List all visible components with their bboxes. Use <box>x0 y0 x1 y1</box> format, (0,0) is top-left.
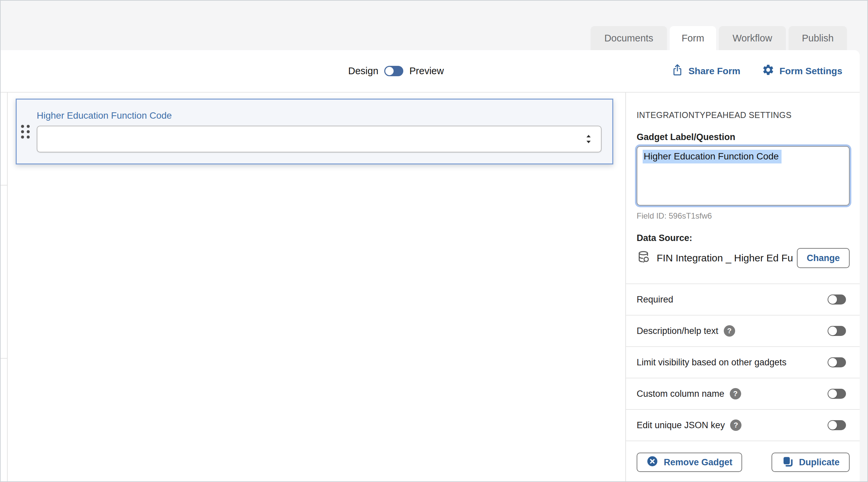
duplicate-icon <box>781 455 794 470</box>
tab-documents[interactable]: Documents <box>591 26 667 50</box>
setting-label: Description/help text <box>637 326 718 336</box>
design-mode-label: Design <box>348 65 378 77</box>
row-divider <box>0 358 8 359</box>
setting-row-description: Description/help text ? <box>626 315 860 346</box>
setting-label: Edit unique JSON key <box>637 420 725 430</box>
preview-mode-label: Preview <box>409 65 444 77</box>
sidebar-footer: Remove Gadget Duplicate <box>626 441 860 472</box>
gadget-settings-sidebar: INTEGRATIONTYPEAHEAD SETTINGS Gadget Lab… <box>625 93 860 482</box>
gadget-label-textarea[interactable]: Higher Education Function Code <box>637 146 850 205</box>
data-source-value: FIN Integration _ Higher Ed Fu <box>657 252 797 264</box>
setting-label: Custom column name <box>637 389 724 399</box>
visibility-toggle[interactable] <box>828 357 846 367</box>
design-preview-toggle[interactable] <box>384 66 403 76</box>
share-form-button[interactable]: Share Form <box>671 63 741 79</box>
top-tab-bar: Documents Form Workflow Publish <box>591 26 847 50</box>
gear-icon <box>762 63 775 79</box>
settings-title: INTEGRATIONTYPEAHEAD SETTINGS <box>637 110 850 120</box>
share-form-label: Share Form <box>688 66 741 77</box>
setting-label: Limit visibility based on other gadgets <box>637 357 786 368</box>
setting-row-custom-column: Custom column name ? <box>626 378 860 409</box>
json-key-toggle[interactable] <box>828 420 846 430</box>
share-icon <box>671 63 683 79</box>
form-settings-label: Form Settings <box>779 66 842 77</box>
tab-publish[interactable]: Publish <box>788 26 847 50</box>
duplicate-label: Duplicate <box>799 457 840 467</box>
remove-gadget-button[interactable]: Remove Gadget <box>637 453 742 472</box>
remove-circle-icon <box>646 455 658 470</box>
help-icon[interactable]: ? <box>730 420 741 431</box>
help-icon[interactable]: ? <box>730 388 741 399</box>
setting-row-json-key: Edit unique JSON key ? <box>626 409 860 441</box>
help-icon[interactable]: ? <box>724 325 735 337</box>
selected-gadget-card[interactable]: Higher Education Function Code <box>16 98 613 165</box>
row-divider <box>0 185 8 186</box>
builder-toolbar: Design Preview Share Form <box>0 50 860 93</box>
change-data-source-button[interactable]: Change <box>797 248 850 268</box>
setting-row-limit-visibility: Limit visibility based on other gadgets <box>626 346 860 378</box>
toggle-knob <box>385 67 394 75</box>
tab-workflow[interactable]: Workflow <box>719 26 786 50</box>
remove-gadget-label: Remove Gadget <box>664 457 733 467</box>
setting-label: Required <box>637 294 673 305</box>
drag-handle-icon[interactable] <box>21 125 30 138</box>
duplicate-gadget-button[interactable]: Duplicate <box>772 453 850 472</box>
design-preview-group: Design Preview <box>348 50 444 92</box>
tab-form[interactable]: Form <box>670 26 716 50</box>
data-source-label: Data Source: <box>637 232 850 244</box>
required-toggle[interactable] <box>828 294 846 305</box>
gadget-select-input[interactable] <box>37 126 601 152</box>
gadget-label-question-label: Gadget Label/Question <box>637 131 850 143</box>
database-search-icon <box>637 250 651 266</box>
select-spinner-icon <box>584 132 594 146</box>
field-id-text: Field ID: 596sT1sfw6 <box>637 211 850 221</box>
custom-column-toggle[interactable] <box>828 389 846 399</box>
description-toggle[interactable] <box>828 326 846 336</box>
selected-text: Higher Education Function Code <box>643 150 781 164</box>
form-row-rail <box>0 93 8 482</box>
builder-content: Higher Education Function Code INTEGRATI… <box>0 93 860 482</box>
form-settings-button[interactable]: Form Settings <box>762 63 842 79</box>
setting-row-required: Required <box>626 283 860 315</box>
toolbar-actions: Share Form Form Settings <box>671 50 842 92</box>
data-source-row: FIN Integration _ Higher Ed Fu Change <box>637 248 850 268</box>
toggle-settings-list: Required Description/help text ? Limit v… <box>626 283 860 441</box>
form-builder-panel: Design Preview Share Form <box>0 50 860 482</box>
gadget-label: Higher Education Function Code <box>37 110 172 121</box>
